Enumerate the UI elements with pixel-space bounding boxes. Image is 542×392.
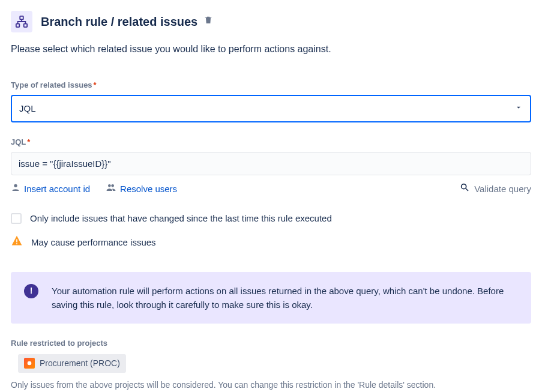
- performance-warning: May cause performance issues: [11, 235, 531, 250]
- svg-point-3: [14, 184, 17, 187]
- warning-icon: [11, 235, 23, 250]
- project-chip: Procurement (PROC): [18, 354, 126, 372]
- svg-point-4: [108, 184, 111, 187]
- svg-rect-2: [24, 24, 27, 27]
- project-chip-label: Procurement (PROC): [40, 357, 120, 369]
- jql-input[interactable]: [11, 152, 531, 175]
- svg-point-10: [28, 361, 32, 366]
- only-changed-checkbox[interactable]: [11, 213, 22, 224]
- projects-label: Rule restricted to projects: [11, 338, 531, 349]
- chevron-down-icon: [514, 102, 523, 115]
- projects-footnote: Only issues from the above projects will…: [11, 379, 531, 391]
- svg-rect-1: [16, 24, 19, 27]
- svg-point-5: [111, 184, 114, 187]
- page-title: Branch rule / related issues: [41, 13, 197, 31]
- resolve-users-link[interactable]: Resolve users: [106, 182, 177, 196]
- search-icon: [460, 182, 469, 196]
- jql-helper-row: Insert account id Resolve users Validate…: [11, 182, 531, 196]
- svg-rect-0: [20, 16, 23, 19]
- svg-rect-9: [16, 243, 17, 244]
- page-description: Please select which related issue you wo…: [11, 42, 531, 56]
- jql-label: JQL*: [11, 137, 531, 148]
- type-select[interactable]: JQL: [11, 95, 531, 122]
- validate-query-link[interactable]: Validate query: [460, 182, 531, 196]
- type-select-value: JQL: [19, 102, 36, 115]
- info-text: Your automation rule will perform action…: [52, 284, 518, 312]
- only-changed-row: Only include issues that have changed si…: [11, 212, 531, 225]
- project-chip-icon: [24, 358, 35, 369]
- page-header: Branch rule / related issues: [11, 11, 531, 32]
- svg-rect-8: [16, 240, 17, 243]
- insert-account-id-link[interactable]: Insert account id: [11, 182, 90, 196]
- only-changed-label: Only include issues that have changed si…: [30, 212, 332, 225]
- type-label: Type of related issues*: [11, 80, 531, 91]
- person-icon: [11, 182, 20, 196]
- svg-point-6: [462, 184, 466, 188]
- branch-icon: [11, 11, 32, 32]
- people-icon: [106, 182, 116, 196]
- delete-icon[interactable]: [203, 15, 213, 28]
- svg-line-7: [466, 188, 468, 191]
- info-banner: ! Your automation rule will perform acti…: [11, 272, 531, 324]
- info-icon: !: [24, 284, 38, 298]
- warning-text: May cause performance issues: [31, 236, 156, 249]
